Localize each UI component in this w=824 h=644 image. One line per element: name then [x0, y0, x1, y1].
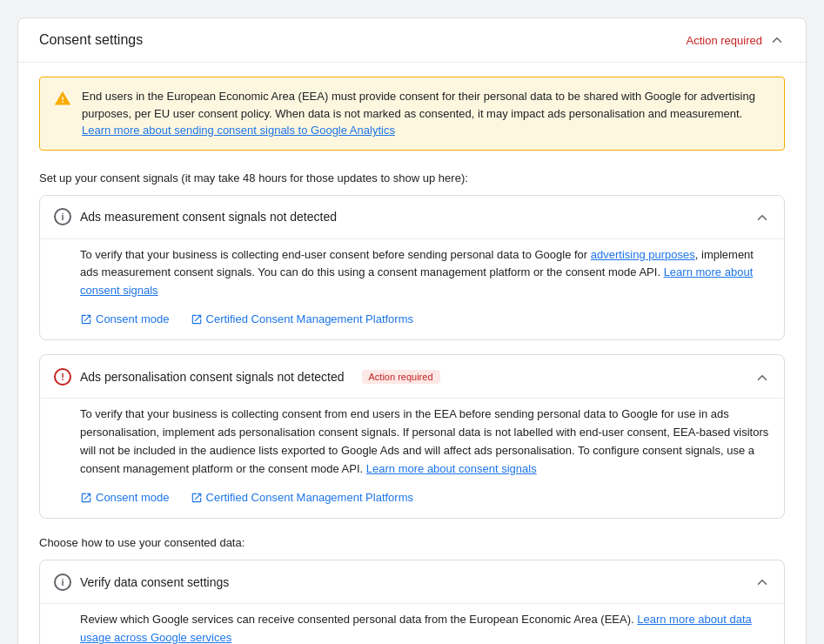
ads-measurement-actions: Consent mode Certified Consent Managemen… [80, 312, 770, 326]
verify-data-card-header[interactable]: i Verify data consent settings [40, 560, 784, 603]
warning-icon [54, 89, 71, 107]
external-link-icon-3 [80, 491, 92, 505]
ads-personalisation-card: ! Ads personalisation consent signals no… [39, 354, 785, 519]
ads-personalisation-actions: Consent mode Certified Consent Managemen… [80, 491, 770, 505]
verify-data-title: Verify data consent settings [80, 575, 229, 589]
verify-data-chevron-icon[interactable] [754, 573, 770, 591]
external-link-icon-4 [191, 491, 203, 505]
external-link-icon-2 [191, 312, 203, 326]
page-title: Consent settings [39, 32, 143, 48]
warning-banner: End users in the European Economic Area … [39, 77, 785, 151]
verify-info-icon: i [54, 574, 71, 591]
certified-platforms-link-1[interactable]: Certified Consent Management Platforms [191, 312, 413, 326]
ads-measurement-body: To verify that your business is collecti… [40, 238, 784, 340]
consent-settings-panel: Consent settings Action required End use… [17, 17, 807, 644]
warning-text: End users in the European Economic Area … [82, 88, 770, 139]
ads-personalisation-card-header[interactable]: ! Ads personalisation consent signals no… [40, 355, 784, 398]
learn-more-consent-signals-link-2[interactable]: Learn more about consent signals [366, 462, 537, 475]
warning-banner-link[interactable]: Learn more about sending consent signals… [82, 124, 395, 137]
ads-measurement-chevron-icon[interactable] [754, 208, 770, 226]
verify-data-body: Review which Google services can receive… [40, 603, 784, 644]
certified-platforms-link-2[interactable]: Certified Consent Management Platforms [191, 491, 413, 505]
ads-personalisation-body: To verify that your business is collecti… [40, 398, 784, 518]
section2-label: Choose how to use your consented data: [18, 533, 806, 560]
verify-data-card: i Verify data consent settings Review wh… [39, 560, 785, 644]
ads-measurement-title: Ads measurement consent signals not dete… [80, 210, 337, 224]
ads-personalisation-chevron-icon[interactable] [754, 367, 770, 386]
header-chevron-up-icon[interactable] [769, 32, 785, 48]
info-icon: i [54, 208, 71, 225]
page-header: Consent settings Action required [18, 18, 806, 63]
advertising-purposes-link[interactable]: advertising purposes [591, 248, 695, 261]
consent-mode-link-1[interactable]: Consent mode [80, 312, 170, 326]
external-link-icon-1 [80, 312, 92, 326]
error-icon: ! [54, 368, 71, 386]
header-action-required: Action required [687, 34, 762, 47]
ads-measurement-card: i Ads measurement consent signals not de… [39, 195, 785, 341]
ads-personalisation-title: Ads personalisation consent signals not … [80, 370, 345, 384]
consent-mode-link-2[interactable]: Consent mode [80, 491, 170, 505]
section1-label: Set up your consent signals (it may take… [18, 164, 806, 195]
action-required-badge: Action required [362, 370, 440, 384]
ads-measurement-card-header[interactable]: i Ads measurement consent signals not de… [40, 196, 784, 238]
